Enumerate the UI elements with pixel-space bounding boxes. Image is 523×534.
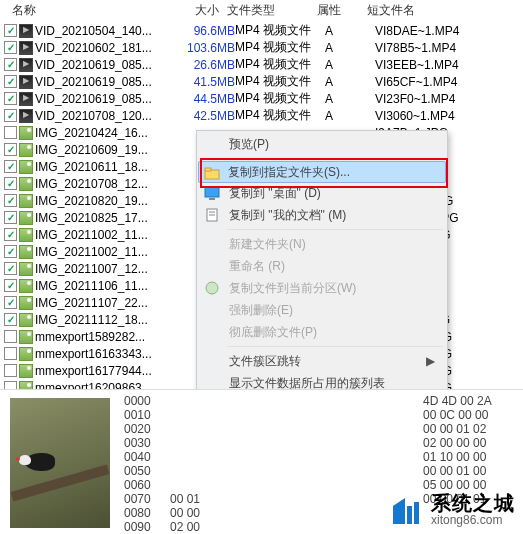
menu-rename-label: 重命名 (R) [229,258,285,275]
hex-row: 008000 00 [124,506,523,520]
row-checkbox[interactable]: ✓ [4,160,17,173]
row-checkbox[interactable]: ✓ [4,313,17,326]
file-attr: A [325,41,375,55]
image-file-icon [19,296,33,310]
hex-panel: 00004D 4D 00 2A001000 0C 00 00002000 00 … [0,389,523,534]
file-name: mmexport1589282... [35,330,175,344]
row-checkbox[interactable]: ✓ [4,228,17,241]
col-short-header[interactable]: 短文件名 [359,2,519,19]
file-name: IMG_20210708_12... [35,177,175,191]
disk-icon [204,280,220,296]
file-type: MP4 视频文件 [235,90,325,107]
documents-icon [204,207,220,223]
file-type: MP4 视频文件 [235,73,325,90]
hex-row: 006005 00 00 00 [124,478,523,492]
video-file-icon [19,24,33,38]
video-file-icon [19,58,33,72]
table-row[interactable]: ✓VID_20210619_085...44.5MBMP4 视频文件AVI23F… [0,90,523,107]
file-size: 41.5MB [175,75,235,89]
image-file-icon [19,347,33,361]
row-checkbox[interactable] [4,347,17,360]
row-checkbox[interactable] [4,364,17,377]
menu-cluster-jump[interactable]: 文件簇区跳转▶ [199,350,445,372]
row-checkbox[interactable]: ✓ [4,143,17,156]
image-file-icon [19,364,33,378]
hex-row: 00004D 4D 00 2A [124,394,523,408]
hex-row: 009002 00 [124,520,523,534]
row-checkbox[interactable]: ✓ [4,262,17,275]
row-checkbox[interactable]: ✓ [4,245,17,258]
file-name: IMG_20211002_11... [35,228,175,242]
table-row[interactable]: ✓VID_20210708_120...42.5MBMP4 视频文件AVI306… [0,107,523,124]
image-file-icon [19,262,33,276]
file-name: VID_20210708_120... [35,109,175,123]
image-file-icon [19,330,33,344]
file-size: 26.6MB [175,58,235,72]
menu-force-delete: 强制删除(E) [199,299,445,321]
row-checkbox[interactable]: ✓ [4,75,17,88]
svg-rect-1 [205,168,211,171]
image-file-icon [19,211,33,225]
menu-separator [227,346,443,347]
row-checkbox[interactable]: ✓ [4,211,17,224]
file-size: 42.5MB [175,109,235,123]
file-type: MP4 视频文件 [235,107,325,124]
row-checkbox[interactable]: ✓ [4,194,17,207]
menu-cluster-jump-label: 文件簇区跳转 [229,353,301,370]
file-shortname: VI3EEB~1.MP4 [375,58,519,72]
image-file-icon [19,279,33,293]
image-file-icon [19,177,33,191]
table-row[interactable]: ✓VID_20210602_181...103.6MBMP4 视频文件AVI78… [0,39,523,56]
row-checkbox[interactable] [4,126,17,139]
hex-viewer[interactable]: 00004D 4D 00 2A001000 0C 00 00002000 00 … [120,390,523,534]
row-checkbox[interactable]: ✓ [4,41,17,54]
row-checkbox[interactable]: ✓ [4,279,17,292]
table-row[interactable]: ✓VID_20210619_085...26.6MBMP4 视频文件AVI3EE… [0,56,523,73]
row-checkbox[interactable]: ✓ [4,296,17,309]
file-name: IMG_20211106_11... [35,279,175,293]
row-checkbox[interactable]: ✓ [4,177,17,190]
svg-rect-3 [209,198,215,200]
file-size: 96.6MB [175,24,235,38]
file-shortname: VI8DAE~1.MP4 [375,24,519,38]
file-size: 103.6MB [175,41,235,55]
col-size-header[interactable]: 大小 [159,2,219,19]
thumbnail-image [10,398,110,528]
menu-copy-to-folder[interactable]: 复制到指定文件夹(S)... [198,161,446,183]
menu-delete-completely-label: 彻底删除文件(P) [229,324,317,341]
folder-icon [204,165,220,181]
hex-row: 002000 00 01 02 [124,422,523,436]
col-attr-header[interactable]: 属性 [309,2,359,19]
row-checkbox[interactable]: ✓ [4,109,17,122]
file-type: MP4 视频文件 [235,39,325,56]
menu-separator [227,158,443,159]
file-name: mmexport16163343... [35,347,175,361]
col-type-header[interactable]: 文件类型 [219,2,309,19]
row-checkbox[interactable]: ✓ [4,58,17,71]
col-name-header[interactable]: 名称 [4,2,159,19]
file-name: mmexport16177944... [35,364,175,378]
row-checkbox[interactable]: ✓ [4,92,17,105]
branch-shape [11,464,110,501]
table-row[interactable]: ✓VID_20210504_140...96.6MBMP4 视频文件AVI8DA… [0,22,523,39]
file-shortname: VI3060~1.MP4 [375,109,519,123]
image-file-icon [19,194,33,208]
table-row[interactable]: ✓VID_20210619_085...41.5MBMP4 视频文件AVI65C… [0,73,523,90]
menu-copy-to-docs[interactable]: 复制到 "我的文档" (M) [199,204,445,226]
menu-copy-to-current: 复制文件到当前分区(W) [199,277,445,299]
file-name: IMG_20210611_18... [35,160,175,174]
menu-preview-label: 预览(P) [229,136,269,153]
image-file-icon [19,245,33,259]
file-name: IMG_20210424_16... [35,126,175,140]
file-type: MP4 视频文件 [235,22,325,39]
image-file-icon [19,160,33,174]
hex-row: 005000 00 01 00 [124,464,523,478]
menu-copy-to-desktop-label: 复制到 "桌面" (D) [229,185,321,202]
menu-copy-to-docs-label: 复制到 "我的文档" (M) [229,207,346,224]
menu-copy-to-desktop[interactable]: 复制到 "桌面" (D) [199,182,445,204]
menu-preview[interactable]: 预览(P) [199,133,445,155]
video-file-icon [19,41,33,55]
video-file-icon [19,92,33,106]
row-checkbox[interactable] [4,330,17,343]
row-checkbox[interactable]: ✓ [4,24,17,37]
